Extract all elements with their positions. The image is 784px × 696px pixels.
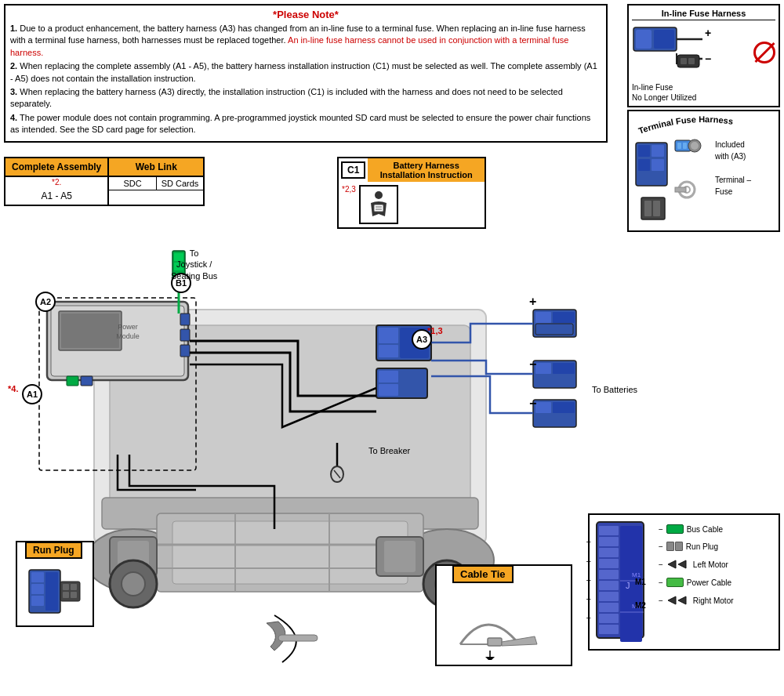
fuse-labels: In-line Fuse No Longer Utilized xyxy=(632,82,775,103)
terminal-fuse-svg xyxy=(632,139,710,225)
svg-rect-46 xyxy=(384,541,416,572)
inline-fuse-label1: In-line Fuse xyxy=(632,83,673,92)
svg-rect-90 xyxy=(31,584,44,594)
motor-connector-svg-2 xyxy=(666,595,690,606)
to-joystick-label: ToJoystick /Seating Bus xyxy=(171,248,217,281)
run-plug-svg xyxy=(21,566,92,625)
connector-labels-list: − Bus Cable − Run Plug − xyxy=(659,518,734,609)
svg-rect-99 xyxy=(599,526,619,535)
run-plug-row: − Run Plug xyxy=(659,542,734,551)
svg-rect-75 xyxy=(535,324,573,335)
svg-rect-66 xyxy=(379,328,398,343)
m2-label: M2 xyxy=(635,601,646,610)
fuse-content: + − xyxy=(632,24,775,81)
svg-rect-92 xyxy=(45,572,58,611)
svg-rect-17 xyxy=(638,145,650,157)
svg-rect-55 xyxy=(180,314,190,325)
svg-rect-38 xyxy=(172,521,408,584)
note-1: 1. Due to a product enhancement, the bat… xyxy=(10,23,601,59)
annot-star13: *1,3 xyxy=(427,326,443,335)
svg-rect-18 xyxy=(638,159,650,171)
table-col-assembly: Complete Assembly *2. A1 - A5 xyxy=(5,158,109,205)
svg-text:Terminal Fuse Harness: Terminal Fuse Harness xyxy=(637,114,734,136)
minus-label-2: − xyxy=(529,397,536,410)
battery-harness-box: C1 Battery HarnessInstallation Instructi… xyxy=(337,157,486,229)
label-a2: A2 xyxy=(35,292,56,312)
inline-fuse-title: In-line Fuse Harness xyxy=(632,9,775,20)
svg-rect-70 xyxy=(379,371,398,382)
left-motor-row: − Left Motor xyxy=(659,559,734,570)
terminal-labels: Included with (A3) Terminal – Fuse xyxy=(715,139,751,198)
svg-rect-54 xyxy=(61,314,119,348)
svg-rect-56 xyxy=(180,329,190,341)
svg-rect-77 xyxy=(535,363,551,374)
run-plug-title: Run Plug xyxy=(25,542,82,559)
svg-rect-100 xyxy=(599,537,619,546)
motor-connector-svg-1 xyxy=(666,559,690,570)
terminal-diagram xyxy=(632,139,710,227)
svg-point-48 xyxy=(122,572,145,596)
bh-header: C1 Battery HarnessInstallation Instructi… xyxy=(339,158,485,182)
svg-rect-96 xyxy=(63,592,69,598)
svg-rect-19 xyxy=(652,145,664,157)
svg-rect-80 xyxy=(535,402,551,413)
notes-section: *Please Note* 1. Due to a product enhanc… xyxy=(4,4,608,143)
run-plug-connector-2 xyxy=(675,542,683,551)
table-section: Complete Assembly *2. A1 - A5 Web Link S… xyxy=(4,157,205,206)
minus-c1: − xyxy=(586,537,591,546)
notes-title: *Please Note* xyxy=(10,9,601,20)
svg-marker-87 xyxy=(485,657,495,660)
to-batteries-label: To Batteries xyxy=(592,384,637,395)
notes-body: 1. Due to a product enhancement, the bat… xyxy=(10,23,601,136)
cable-tie-indicator xyxy=(267,615,318,662)
svg-rect-103 xyxy=(599,570,619,579)
svg-rect-58 xyxy=(67,376,78,386)
bh-title: Battery HarnessInstallation Instruction xyxy=(368,158,485,182)
svg-rect-105 xyxy=(599,592,619,601)
annot-star4: *4. xyxy=(8,384,18,393)
bus-cable-connector xyxy=(666,524,684,534)
svg-rect-102 xyxy=(599,559,619,568)
fuse-no-sign-area xyxy=(753,42,775,63)
svg-rect-1 xyxy=(374,205,383,212)
inline-fuse-svg: + − xyxy=(632,24,726,78)
power-module-a2: Power Module xyxy=(47,302,190,386)
svg-marker-116 xyxy=(678,560,686,568)
svg-marker-118 xyxy=(678,596,686,604)
note-3: 3. When replacing the battery harness (A… xyxy=(10,86,601,111)
svg-rect-78 xyxy=(553,363,575,374)
svg-rect-14 xyxy=(688,58,695,64)
svg-rect-73 xyxy=(535,312,551,323)
table-assembly-value: A1 - A5 xyxy=(5,187,107,205)
svg-text:J: J xyxy=(626,581,630,590)
svg-marker-117 xyxy=(668,596,676,604)
svg-rect-23 xyxy=(683,143,687,149)
note-2: 2. When replacing the complete assembly … xyxy=(10,60,601,85)
bh-icon xyxy=(359,185,398,224)
terminal-title-svg: Terminal Fuse Harness xyxy=(632,114,777,136)
svg-rect-31 xyxy=(653,201,660,216)
svg-text:+: + xyxy=(705,27,711,39)
svg-rect-91 xyxy=(31,596,44,606)
table-sub-row: SDC SD Cards xyxy=(109,177,203,190)
svg-rect-71 xyxy=(379,384,398,396)
instruction-icon xyxy=(363,189,394,220)
bus-cable-row: − Bus Cable xyxy=(659,524,734,534)
included-label: Included with (A3) xyxy=(715,139,751,162)
svg-rect-85 xyxy=(488,638,502,646)
connector-visual-svg: J M1 M2 xyxy=(593,518,655,643)
svg-rect-57 xyxy=(180,345,190,357)
svg-rect-106 xyxy=(599,603,619,612)
svg-rect-67 xyxy=(379,345,398,357)
no-sign xyxy=(753,42,775,63)
svg-rect-30 xyxy=(644,201,652,216)
svg-rect-97 xyxy=(71,592,77,598)
table-col-weblink: Web Link SDC SD Cards xyxy=(109,158,203,205)
right-motor-row: − Right Motor xyxy=(659,595,734,606)
run-plug-box: Run Plug xyxy=(16,541,94,627)
plus-label: + xyxy=(529,295,536,308)
table-sd-cards: SD Cards xyxy=(157,177,204,190)
svg-rect-20 xyxy=(652,159,664,171)
svg-rect-104 xyxy=(599,581,619,590)
table-star: *2. xyxy=(5,177,107,187)
